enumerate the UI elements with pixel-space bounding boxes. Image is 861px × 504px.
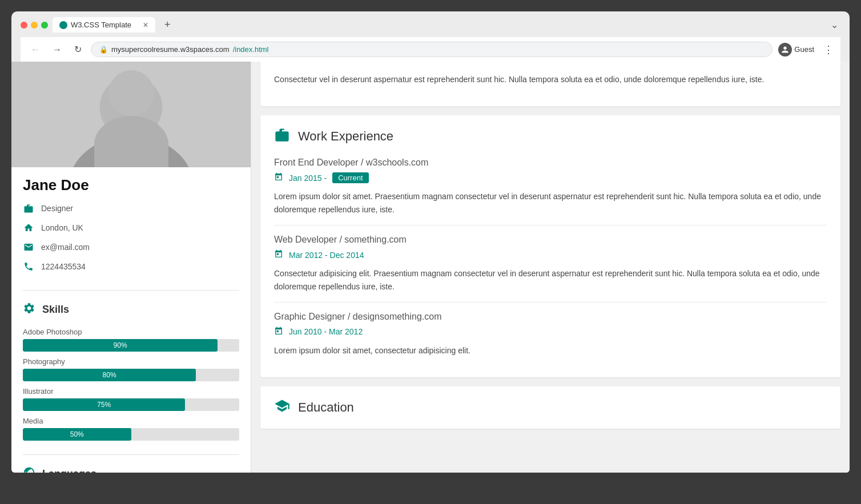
avatar [778, 43, 792, 57]
browser-tab[interactable]: W3.CSS Template ✕ [53, 17, 155, 33]
browser-body: Jane Doe Designer London, UK [11, 62, 850, 473]
skill-fill-3: 50% [23, 428, 131, 441]
divider-1 [23, 290, 239, 291]
top-partial-text: Consectetur vel in deserunt aspernatur e… [274, 73, 827, 86]
education-card: Education [260, 386, 840, 429]
profile-photo [11, 62, 251, 167]
guest-label: Guest [794, 45, 814, 54]
separator-0 [274, 225, 827, 225]
email-text: ex@mail.com [41, 243, 90, 252]
browser-titlebar: W3.CSS Template ✕ + ⌄ [21, 17, 840, 33]
home-icon [23, 222, 34, 233]
education-label: Education [298, 400, 354, 415]
skill-name-1: Photography [23, 357, 239, 366]
browser-toolbar: ← → ↻ 🔒 mysupercoolresume.w3spaces.com/i… [21, 37, 840, 62]
job-description-1: Consectetur adipisicing elit. Praesentiu… [274, 267, 827, 293]
work-icon [274, 127, 290, 146]
skill-label-1: 80% [103, 371, 116, 379]
divider-2 [23, 454, 239, 455]
job-description-2: Lorem ipsum dolor sit amet, consectetur … [274, 344, 827, 357]
work-experience-card: Work Experience Front End Developer / w3… [260, 115, 840, 377]
work-experience-title: Work Experience [274, 127, 827, 146]
browser-chrome: W3.CSS Template ✕ + ⌄ ← → ↻ 🔒 mysupercoo… [11, 11, 850, 62]
job-date-start-0: Jan 2015 - [289, 174, 327, 183]
skill-bar-1: 80% [23, 369, 239, 381]
job-dates-2: Jun 2010 - Mar 2012 [274, 326, 827, 337]
job-date-range-1: Mar 2012 - Dec 2014 [289, 251, 364, 260]
skill-fill-0: 90% [23, 339, 218, 352]
phone-item: 1224435534 [23, 257, 239, 276]
sidebar-info: Designer London, UK ex@mail.com [11, 196, 251, 285]
tab-title: W3.CSS Template [71, 21, 131, 29]
main-content[interactable]: Consectetur vel in deserunt aspernatur e… [251, 62, 850, 473]
skill-bar-3: 50% [23, 428, 239, 441]
forward-button[interactable]: → [49, 43, 65, 56]
job-title-1: Web Developer / something.com [274, 235, 827, 245]
chevron-down-icon[interactable]: ⌄ [831, 19, 838, 30]
education-section-title: Education [274, 398, 827, 417]
skill-fill-2: 75% [23, 398, 185, 411]
separator-1 [274, 302, 827, 303]
skill-bar-0: 90% [23, 339, 239, 352]
address-path: /index.html [233, 45, 269, 54]
minimize-dot[interactable] [31, 22, 38, 29]
work-experience-label: Work Experience [298, 129, 393, 144]
skill-name-3: Media [23, 417, 239, 425]
job-description-0: Lorem ipsum dolor sit amet. Praesentium … [274, 190, 827, 216]
new-tab-button[interactable]: + [164, 19, 171, 31]
svg-rect-0 [11, 62, 251, 167]
sidebar: Jane Doe Designer London, UK [11, 62, 251, 473]
job-title-2: Graphic Designer / designsomething.com [274, 312, 827, 322]
skill-label-3: 50% [70, 430, 84, 438]
guest-account-button[interactable]: Guest [778, 43, 814, 57]
skills-title: Skills [42, 304, 69, 316]
phone-icon [23, 261, 34, 272]
browser-dots [21, 22, 48, 29]
current-badge-0: Current [332, 172, 368, 183]
more-options-icon[interactable]: ⋮ [823, 43, 834, 56]
languages-title: Languages [42, 468, 96, 473]
email-item: ex@mail.com [23, 237, 239, 257]
skills-section-title: Skills [11, 295, 251, 322]
calendar-icon-0 [274, 172, 283, 183]
job-entry-1: Web Developer / something.com Mar 2012 -… [274, 235, 827, 293]
envelope-icon [23, 241, 34, 253]
job-date-range-2: Jun 2010 - Mar 2012 [289, 327, 363, 336]
calendar-icon-1 [274, 249, 283, 260]
globe-icon [23, 466, 35, 473]
top-partial-card: Consectetur vel in deserunt aspernatur e… [260, 62, 840, 106]
location-text: London, UK [41, 223, 83, 232]
close-dot[interactable] [21, 22, 27, 29]
maximize-dot[interactable] [41, 22, 48, 29]
back-button[interactable]: ← [27, 43, 43, 56]
skill-fill-1: 80% [23, 369, 196, 381]
briefcase-icon [23, 203, 34, 214]
skill-label-0: 90% [114, 341, 127, 349]
job-entry-2: Graphic Designer / designsomething.com J… [274, 312, 827, 357]
phone-text: 1224435534 [41, 262, 86, 271]
cog-icon [23, 302, 35, 317]
job-dates-1: Mar 2012 - Dec 2014 [274, 249, 827, 260]
address-bar[interactable]: 🔒 mysupercoolresume.w3spaces.com/index.h… [91, 42, 773, 57]
job-entry-0: Front End Developer / w3schools.com Jan … [274, 158, 827, 216]
calendar-icon-2 [274, 326, 283, 337]
lock-icon: 🔒 [99, 46, 108, 54]
job-title-text: Designer [41, 204, 73, 213]
job-dates-0: Jan 2015 - Current [274, 172, 827, 183]
location-item: London, UK [23, 218, 239, 237]
svg-point-2 [100, 76, 163, 139]
skills-list: Adobe Photoshop 90% Photography 80% Illu… [11, 328, 251, 450]
reload-button[interactable]: ↻ [71, 43, 85, 56]
tab-favicon [59, 21, 67, 29]
job-title-item: Designer [23, 199, 239, 218]
job-title-0: Front End Developer / w3schools.com [274, 158, 827, 168]
skill-bar-2: 75% [23, 398, 239, 411]
address-base: mysupercoolresume.w3spaces.com [111, 45, 230, 54]
languages-section-title: Languages [11, 459, 251, 473]
skill-label-2: 75% [97, 401, 111, 409]
skill-name-2: Illustrator [23, 387, 239, 396]
tab-close-button[interactable]: ✕ [143, 21, 148, 29]
skill-name-0: Adobe Photoshop [23, 328, 239, 336]
education-icon [274, 398, 290, 417]
profile-name: Jane Doe [11, 167, 251, 196]
